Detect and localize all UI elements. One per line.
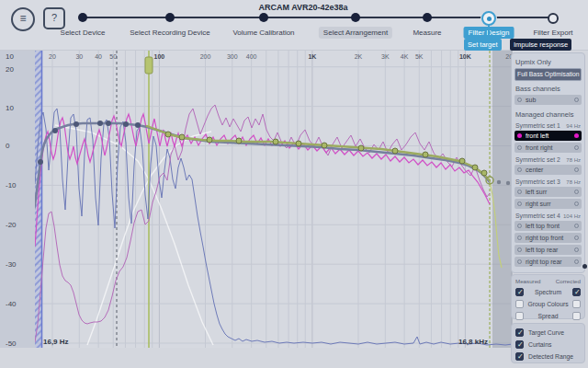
corrected-curve-handle[interactable]	[52, 128, 58, 133]
option-label: Detected Range	[528, 353, 573, 360]
target-curve-handle[interactable]	[481, 170, 487, 176]
measured-checkbox-spectrum[interactable]	[515, 288, 524, 296]
channel-item-front-left[interactable]: front left	[514, 131, 582, 141]
corrected-curve-handle[interactable]	[97, 121, 103, 126]
symmetric-set-crossover: 94 Hz	[566, 123, 581, 129]
freq-tick-label: 20	[49, 53, 56, 60]
option-label: Curtains	[528, 341, 551, 348]
channel-label: left surr	[522, 189, 574, 195]
tab-set-target[interactable]: Set target	[464, 39, 502, 51]
db-axis: 1020100-10-20-30-40-50	[0, 51, 35, 348]
bass-channels-label: Bass channels	[515, 85, 581, 93]
menu-icon[interactable]: ≡	[11, 7, 35, 31]
target-curve-handle[interactable]	[459, 158, 465, 164]
device-title: ARCAM AVR20-42e38a	[220, 3, 386, 12]
channel-item-right-surr[interactable]: right surr	[514, 199, 582, 209]
freq-tick-label: 300	[227, 53, 238, 60]
step-label-filter-export[interactable]: Filter Export	[528, 27, 577, 39]
channel-dot-right	[574, 167, 579, 172]
managed-channels-label: Managed channels	[515, 110, 581, 119]
measured-checkbox-spread[interactable]	[515, 312, 524, 320]
target-curve-handle[interactable]	[236, 138, 242, 144]
symmetric-set-crossover: 78 Hz	[566, 157, 581, 163]
corrected-curve-handle[interactable]	[74, 121, 79, 127]
channel-label: right top front	[522, 235, 574, 241]
channel-label: sub	[522, 97, 574, 103]
legend-row-group-colours: Group Colours	[515, 298, 581, 310]
option-checkbox-curtains[interactable]	[515, 340, 524, 349]
corrected-curve-handle[interactable]	[106, 121, 111, 126]
top-toolbar: ≡ ? ARCAM AVR20-42e38a Select DeviceSele…	[0, 0, 588, 51]
channel-item-center[interactable]: center	[514, 165, 582, 175]
symmetric-set-crossover: 104 Hz	[563, 213, 581, 219]
freq-tick-label: 10K	[459, 53, 471, 60]
db-axis-label: -20	[6, 221, 17, 229]
option-checkbox-detected-range[interactable]	[515, 352, 524, 361]
measured-checkbox-group-colours[interactable]	[515, 300, 524, 308]
step-label-volume-calibration[interactable]: Volume Calibration	[228, 27, 299, 39]
target-curve-handle[interactable]	[322, 143, 327, 148]
step-dot-measure[interactable]	[423, 13, 432, 22]
symmetric-set-name: Symmetric set 1	[515, 122, 560, 129]
channel-dot-right	[574, 133, 579, 138]
channel-dot-right	[574, 190, 579, 194]
corrected-curve-handle[interactable]	[135, 122, 141, 128]
step-dot-select-device[interactable]	[78, 13, 87, 22]
db-axis-label: 0	[6, 142, 9, 150]
option-checkbox-target-curve[interactable]	[515, 328, 524, 337]
freq-tick-label: 100	[154, 53, 165, 60]
step-label-select-arrangement[interactable]: Select Arrangement	[319, 27, 392, 39]
display-options-panel: Target CurveCurtainsDetected Range	[511, 323, 585, 363]
corrected-checkbox-group-colours[interactable]	[572, 300, 581, 308]
target-curve-handle[interactable]	[165, 132, 171, 137]
channel-item-left-top-front[interactable]: left top front	[514, 221, 582, 231]
channel-item-right-top-rear[interactable]: right top rear	[514, 257, 582, 267]
channel-item-left-top-rear[interactable]: left top rear	[514, 245, 582, 255]
spectrum-legend-panel: Measured Corrected SpectrumGroup Colours…	[511, 274, 585, 319]
frequency-response-plot[interactable]: 203040501002003004001K2K3K4K5K10K20K16,9…	[35, 51, 513, 348]
symmetric-set-header: Symmetric set 194 Hz	[515, 122, 581, 129]
crossover-handle[interactable]	[145, 57, 153, 74]
chart-footer: 94 Hz	[0, 348, 513, 368]
db-axis-label: -10	[6, 181, 17, 190]
step-dot-filter-export[interactable]	[548, 13, 559, 24]
target-curve-handle[interactable]	[472, 165, 478, 170]
measured-column-label: Measured	[515, 278, 541, 284]
step-dot-select-recording-device[interactable]	[165, 13, 175, 22]
sidebar-scroll-dot[interactable]	[582, 264, 587, 269]
option-row-curtains: Curtains	[515, 339, 581, 351]
curtain-handle-dot[interactable]	[497, 180, 501, 184]
channel-dot-right	[574, 224, 579, 228]
channel-label: front left	[522, 132, 574, 139]
target-curve-handle[interactable]	[273, 139, 278, 144]
freq-tick-label: 400	[246, 53, 257, 60]
range-left-label: 16,9 Hz	[43, 338, 69, 346]
target-curve-handle[interactable]	[392, 148, 398, 154]
option-row-detected-range: Detected Range	[515, 351, 581, 362]
channel-item-sub[interactable]: sub	[514, 95, 582, 105]
channel-label: right surr	[522, 201, 574, 207]
channel-item-front-right[interactable]: front right	[514, 143, 582, 153]
target-curve-handle[interactable]	[358, 145, 364, 151]
corrected-column-label: Corrected	[556, 278, 581, 284]
target-curve-handle[interactable]	[207, 137, 212, 143]
corrected-checkbox-spectrum[interactable]	[572, 288, 581, 296]
target-curve-handle[interactable]	[423, 152, 428, 157]
channel-item-right-top-front[interactable]: right top front	[514, 233, 582, 243]
corrected-checkbox-spread[interactable]	[572, 312, 581, 320]
target-curve-handle[interactable]	[179, 134, 185, 140]
step-dot-select-arrangement[interactable]	[351, 13, 360, 22]
full-bass-optimisation-button[interactable]: Full Bass Optimisation	[514, 68, 582, 81]
channel-dot-right	[574, 259, 579, 264]
tab-impulse-response[interactable]: Impulse response	[510, 39, 571, 51]
step-label-select-recording-device[interactable]: Select Recording Device	[125, 27, 215, 39]
freq-tick-label: 4K	[401, 53, 409, 60]
step-dot-volume-calibration[interactable]	[259, 13, 268, 22]
corrected-curve-handle[interactable]	[123, 121, 129, 127]
step-label-measure[interactable]: Measure	[408, 27, 446, 39]
channel-item-left-surr[interactable]: left surr	[514, 187, 582, 197]
channel-label: right top rear	[522, 259, 574, 265]
target-curve-handle[interactable]	[296, 141, 301, 146]
step-label-select-device[interactable]: Select Device	[56, 27, 110, 39]
corrected-curve-handle[interactable]	[38, 159, 43, 165]
